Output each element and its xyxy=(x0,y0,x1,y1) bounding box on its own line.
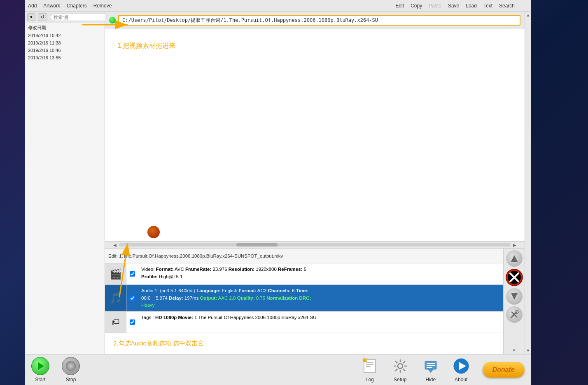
instruction-2: 2.勾选Audio音频选项 选中双击它 xyxy=(105,333,503,354)
edit-row-text: Edit: 1.The.Pursuit.Of.Happyness.2006.10… xyxy=(108,254,500,258)
note-icon: 🎵 xyxy=(110,292,122,304)
scroll-right-arrow[interactable]: ▶ xyxy=(513,243,516,247)
setup-button[interactable]: Setup xyxy=(391,357,409,383)
status-dot xyxy=(109,17,116,23)
menu-edit[interactable]: Edit xyxy=(396,3,404,9)
log-label: Log xyxy=(366,377,374,383)
right-panel: 1.把视频素材拖进来 ◀ ▶ Edit: 1.The.Pursuit.Of.Ha… xyxy=(105,12,525,354)
svg-point-12 xyxy=(66,361,76,371)
stop-square-icon xyxy=(65,361,76,371)
scroll-thumb xyxy=(236,243,278,246)
video-checkbox[interactable] xyxy=(130,271,135,277)
video-track-info: Video: Format: AVC FrameRate: 23.976 Res… xyxy=(138,263,503,284)
side-buttons: ▼ xyxy=(503,249,525,354)
tags-track-row[interactable]: 🏷 Tags : HD 1080p Movie: 1 The Pursuit O… xyxy=(105,312,503,333)
move-down-button[interactable] xyxy=(506,288,523,305)
hide-icon-container xyxy=(422,357,440,375)
log-icon: L xyxy=(362,358,378,374)
video-track-row[interactable]: 🎬 Video: Format: AVC FrameRate: 23.976 R… xyxy=(105,263,503,285)
tags-checkbox[interactable] xyxy=(130,319,135,325)
audio-checkbox-cell[interactable] xyxy=(126,285,138,311)
setup-icon-container xyxy=(391,357,409,375)
svg-marker-5 xyxy=(511,293,518,300)
main-content: ▾ ↺ 修改日期 2019/2/16 10:42 2019/2/16 11:38… xyxy=(25,12,531,354)
start-label: Start xyxy=(35,377,45,383)
menu-text[interactable]: Text xyxy=(483,3,492,9)
delete-button-container[interactable] xyxy=(505,268,523,286)
film-icon: 🎬 xyxy=(110,268,122,280)
video-checkbox-cell[interactable] xyxy=(126,263,138,284)
about-button[interactable]: About xyxy=(452,357,470,383)
app-window: Add Artwork Chapters Remove Edit Copy Pa… xyxy=(25,0,531,385)
audio-track-info: Audio 1: (ac3 5.1 640kbit) Language: Eng… xyxy=(138,285,503,311)
play-triangle-icon xyxy=(35,361,46,371)
menu-chapters[interactable]: Chapters xyxy=(67,3,87,9)
audio-line2: 00:0 5.974 Delay: 197ms Output: AAC 2.0 … xyxy=(141,295,500,302)
menu-copy[interactable]: Copy xyxy=(411,3,422,9)
drop-area[interactable]: 1.把视频素材拖进来 xyxy=(105,29,525,241)
log-button[interactable]: L Log xyxy=(361,357,379,383)
sidebar-toolbar: ▾ ↺ xyxy=(25,12,105,23)
tracks-wrapper: Edit: 1.The.Pursuit.Of.Happyness.2006.10… xyxy=(105,249,525,354)
scrollbar-down-arrow[interactable]: ▼ xyxy=(525,347,531,354)
path-input[interactable] xyxy=(118,15,520,26)
sidebar-dropdown-btn[interactable]: ▾ xyxy=(27,13,35,21)
hide-label: Hide xyxy=(425,377,436,383)
scroll-track[interactable] xyxy=(119,243,511,246)
svg-marker-29 xyxy=(428,369,433,373)
menu-save[interactable]: Save xyxy=(448,3,459,9)
tag-icon: 🏷 xyxy=(112,317,120,327)
about-label: About xyxy=(455,377,467,383)
path-area xyxy=(105,12,525,29)
sidebar-search-input[interactable] xyxy=(50,14,114,21)
h-scroll[interactable]: ◀ ▶ xyxy=(105,241,525,249)
drop-hint: 1.把视频素材拖进来 xyxy=(117,42,175,50)
sidebar-date-0[interactable]: 2019/2/16 10:42 xyxy=(25,32,105,39)
menu-paste[interactable]: Paste xyxy=(429,3,441,9)
menu-remove[interactable]: Remove xyxy=(93,3,112,9)
sidebar-refresh-btn[interactable]: ↺ xyxy=(38,13,47,21)
start-button[interactable]: Start xyxy=(31,357,49,383)
sidebar: ▾ ↺ 修改日期 2019/2/16 10:42 2019/2/16 11:38… xyxy=(25,12,105,354)
menu-load[interactable]: Load xyxy=(466,3,477,9)
sidebar-date-3[interactable]: 2019/2/16 13:55 xyxy=(25,54,105,61)
menu-add[interactable]: Add xyxy=(28,3,37,9)
stop-label: Stop xyxy=(66,377,76,383)
settings-button[interactable] xyxy=(506,306,523,323)
menu-artwork[interactable]: Artwork xyxy=(43,3,60,9)
main-scrollbar[interactable]: ▲ ▼ xyxy=(525,12,531,354)
svg-point-19 xyxy=(398,364,403,369)
stop-button[interactable]: Stop xyxy=(62,357,80,383)
tags-text: Tags : HD 1080p Movie: 1 The Pursuit Of … xyxy=(141,314,500,321)
hide-button[interactable]: Hide xyxy=(422,357,440,383)
menu-search[interactable]: Search xyxy=(499,3,515,9)
about-icon-container xyxy=(452,357,470,375)
audio-track-icon-cell: 🎵 xyxy=(105,285,126,311)
side-vscroll: ▼ xyxy=(512,348,516,352)
about-icon xyxy=(453,358,469,374)
scroll-left-arrow[interactable]: ◀ xyxy=(113,243,117,247)
tags-track-info: Tags : HD 1080p Movie: 1 The Pursuit Of … xyxy=(138,312,503,333)
start-icon xyxy=(31,357,49,375)
svg-line-25 xyxy=(403,369,405,371)
tags-track-icon-cell: 🏷 xyxy=(105,312,126,333)
tags-checkbox-cell[interactable] xyxy=(126,312,138,333)
side-scroll-down-arrow[interactable]: ▼ xyxy=(512,348,516,352)
video-track-icon-cell: 🎬 xyxy=(105,263,126,284)
delete-button[interactable] xyxy=(505,268,523,286)
sidebar-date-label: 修改日期 xyxy=(25,23,105,32)
audio-track-row[interactable]: 🎵 Audio 1: (ac3 5.1 640kbit) Language: E… xyxy=(105,285,503,312)
edit-row: Edit: 1.The.Pursuit.Of.Happyness.2006.10… xyxy=(105,249,503,263)
svg-line-24 xyxy=(395,361,397,363)
setup-icon xyxy=(392,358,408,374)
scrollbar-up-arrow[interactable]: ▲ xyxy=(525,12,531,19)
sidebar-date-1[interactable]: 2019/2/16 11:38 xyxy=(25,39,105,47)
audio-checkbox[interactable] xyxy=(130,296,135,301)
audio-line1: Audio 1: (ac3 5.1 640kbit) Language: Eng… xyxy=(141,287,500,294)
video-line2: Profile: High@L5.1 xyxy=(141,273,500,280)
svg-marker-0 xyxy=(511,255,518,262)
donate-button[interactable]: Donate xyxy=(483,362,525,378)
sidebar-date-2[interactable]: 2019/2/16 10:46 xyxy=(25,47,105,54)
move-up-button[interactable] xyxy=(506,250,523,267)
sidebar-dates: 2019/2/16 10:42 2019/2/16 11:38 2019/2/1… xyxy=(25,32,105,61)
